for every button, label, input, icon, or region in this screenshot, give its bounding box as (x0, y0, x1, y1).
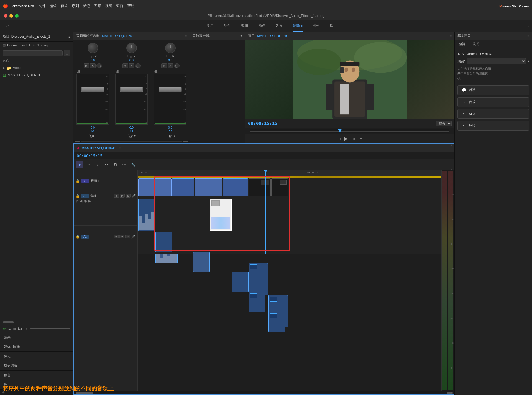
minimize-button[interactable] (9, 14, 13, 18)
v1-clip-2[interactable] (172, 178, 194, 196)
a1-mute-btn[interactable]: M (84, 63, 89, 68)
play-button[interactable]: ▶ (344, 136, 348, 142)
nav-item-info[interactable]: 信息 (0, 371, 73, 380)
project-menu-icon[interactable]: ≡ (68, 35, 70, 39)
a1-output-btn[interactable]: ◯ (96, 63, 102, 68)
menu-marker[interactable]: 标记 (83, 4, 90, 9)
a1-track-s-btn[interactable]: S (126, 194, 131, 198)
a1-solo-btn[interactable]: S (90, 63, 96, 68)
nav-item-history[interactable]: 历史记录 (0, 361, 73, 371)
menu-view[interactable]: 视图 (105, 4, 112, 9)
v1-clip-5-dark[interactable] (249, 178, 271, 196)
a3-knob[interactable] (165, 43, 176, 53)
v1-clip-1[interactable] (138, 178, 172, 196)
a2-mic-icon[interactable]: 🎤 (131, 235, 135, 239)
wrench-tool[interactable]: 🔧 (129, 161, 137, 168)
a2-lock-icon[interactable]: 🔒 (76, 235, 80, 239)
nav-color[interactable]: 颜色 (258, 21, 265, 32)
menu-help[interactable]: 帮助 (127, 4, 134, 9)
a2-clip-2[interactable] (193, 252, 210, 272)
ambient-type-btn[interactable]: 〰 环境 (457, 121, 529, 131)
nav-item-markers[interactable]: 标记 (0, 352, 73, 361)
a1-knob[interactable] (88, 43, 98, 53)
menu-edit[interactable]: 编辑 (50, 4, 57, 9)
ripple-edit-tool[interactable]: ↗ (85, 161, 92, 168)
a2-fader-thumb[interactable] (120, 87, 143, 92)
a2-clip-3[interactable] (232, 272, 249, 292)
a2-track-s-btn[interactable]: S (125, 235, 130, 238)
close-button[interactable] (4, 14, 7, 18)
nav-effects[interactable]: 效果 (275, 21, 283, 32)
a2-track-sync-btn[interactable]: ⊞ (114, 235, 119, 238)
menu-file[interactable]: 文件 (39, 4, 46, 9)
search-input[interactable] (3, 50, 63, 56)
dialog-type-btn[interactable]: 💬 对话 (457, 85, 529, 95)
v1-lock-icon[interactable]: 🔒 (76, 179, 80, 183)
a1-track-m-btn[interactable]: M (120, 194, 125, 198)
nav-assembly[interactable]: 组件 (224, 21, 231, 32)
pen-tool-icon[interactable]: ✏ (3, 327, 6, 331)
eye-tool[interactable]: 👁 (121, 161, 128, 168)
nav-library[interactable]: 库 (330, 21, 333, 32)
a1-clip-3-white[interactable] (210, 199, 232, 231)
slip-tool[interactable] (103, 161, 110, 168)
a2-output-btn[interactable]: ◯ (135, 63, 141, 68)
fit-selector[interactable]: 适合 (436, 121, 452, 126)
nav-graphics[interactable]: 图形 (313, 21, 320, 32)
maximize-button[interactable] (15, 14, 19, 18)
menu-clip[interactable]: 剪辑 (61, 4, 68, 9)
grid-view-icon[interactable]: ⊞ (13, 327, 16, 331)
a1-fader-thumb[interactable] (81, 87, 104, 92)
project-item-video[interactable]: ▶ 📁 Video (0, 64, 73, 72)
a2-track-m-btn[interactable]: M (119, 235, 124, 238)
nav-audio[interactable]: 音频 ≡ (293, 21, 303, 32)
v1-clip-3[interactable] (195, 178, 222, 196)
search-icon-button[interactable]: ⊞ (64, 50, 70, 56)
link-toggle[interactable] (112, 161, 119, 168)
preview-menu-icon[interactable]: ≡ (450, 34, 452, 38)
copy-icon[interactable]: ⿻ (18, 327, 22, 331)
a2-mute-btn[interactable]: M (122, 63, 128, 68)
preview-timeline[interactable] (250, 129, 449, 133)
a3-solo-btn[interactable]: S (168, 63, 173, 68)
timeline-close-icon[interactable]: ✕ (77, 146, 80, 150)
v1-clip-4[interactable] (223, 178, 248, 196)
a1-clip-1[interactable] (138, 199, 155, 231)
tab-edit[interactable]: 编辑 (455, 40, 469, 49)
a2-solo-btn[interactable]: S (129, 63, 134, 68)
timeline-scrollbar[interactable] (74, 391, 454, 394)
a3-mute-btn[interactable]: M (161, 63, 167, 68)
menu-window[interactable]: 窗口 (116, 4, 123, 9)
v1-clip-6-dark[interactable] (271, 178, 288, 196)
razor-tool[interactable]: ⌂ (94, 161, 101, 168)
home-button[interactable]: ⌂ (3, 23, 13, 29)
a1-mic-icon[interactable]: 🎤 (131, 194, 136, 198)
right-menu-icon[interactable]: ≡ (527, 34, 529, 38)
a1-track-sync-btn[interactable]: ⊞ (114, 194, 119, 198)
nav-edit[interactable]: 编辑 (241, 21, 248, 32)
tab-browse[interactable]: 浏览 (469, 40, 484, 49)
preset-select[interactable] (467, 58, 526, 64)
list-view-icon[interactable]: ≡ (8, 327, 11, 331)
menu-sequence[interactable]: 序列 (72, 4, 79, 9)
step-back-icon[interactable]: ⏮ (337, 137, 341, 141)
track-mixer-more[interactable]: » (240, 34, 242, 38)
a1-lock-icon[interactable]: 🔒 (76, 194, 80, 198)
a2-clip-1[interactable] (155, 232, 172, 252)
selection-tool[interactable]: ▶ (76, 161, 83, 168)
a3-output-btn[interactable]: ◯ (174, 63, 180, 68)
menu-graphics[interactable]: 图形 (94, 4, 101, 9)
nav-more-button[interactable]: » (527, 24, 529, 28)
music-type-btn[interactable]: ♪ 音乐 (457, 97, 529, 107)
sfx-type-btn[interactable]: ✦ SFX (457, 109, 529, 119)
add-marker-icon[interactable]: + (360, 136, 362, 141)
nav-item-effects[interactable]: 效果 (0, 333, 73, 342)
a2-clip-4[interactable] (249, 292, 265, 312)
project-item-sequence[interactable]: ⊟ MASTER SEQUENCE (0, 72, 73, 79)
nav-learn[interactable]: 学习 (207, 21, 214, 32)
audio-mixer-menu-icon[interactable]: ≡ (185, 34, 187, 38)
a2-clip-5[interactable] (268, 312, 285, 332)
preview-more-icon[interactable]: » (353, 137, 355, 141)
a2-knob[interactable] (126, 43, 137, 53)
a3-fader-thumb[interactable] (159, 87, 181, 92)
